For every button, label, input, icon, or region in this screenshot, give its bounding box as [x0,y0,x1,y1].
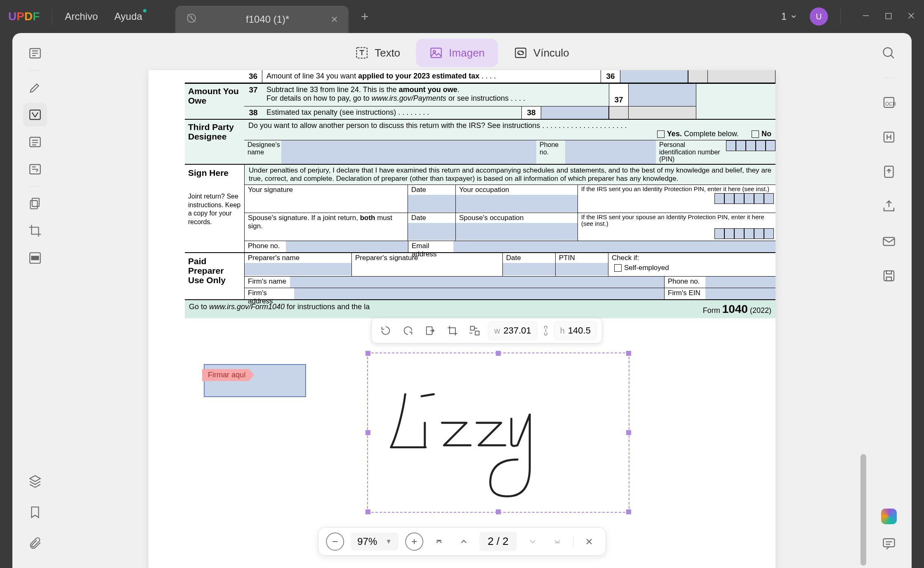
phone-field[interactable] [286,241,408,252]
replace-icon[interactable] [466,322,484,340]
zoom-level[interactable]: 97%▼ [351,532,398,551]
preparer-name-field[interactable] [245,263,351,275]
firm-ein-field[interactable] [705,288,776,299]
minimize-button[interactable] [861,10,870,23]
signature-image [368,353,629,512]
form-footer: Go to www.irs.gov/Form1040 for instructi… [185,299,776,318]
redact-icon[interactable] [23,246,47,270]
svg-rect-27 [884,539,895,547]
image-selection[interactable] [367,353,629,513]
line-38-amount[interactable] [541,106,609,119]
email-field[interactable] [453,241,776,252]
zoom-in-button[interactable] [405,532,423,551]
vertical-scrollbar[interactable] [860,454,866,566]
svg-rect-35 [471,327,474,330]
firm-phone-field[interactable] [705,277,776,288]
export-icon[interactable] [877,160,901,184]
bookmark-icon[interactable] [23,500,47,524]
page-number[interactable]: 2 / 2 [479,532,517,551]
tab-close-icon[interactable]: × [331,13,338,26]
menu-archivo[interactable]: Archivo [65,11,98,22]
text-tool-button[interactable]: Texto [342,39,413,67]
compress-icon[interactable] [877,125,901,149]
ai-icon[interactable] [881,509,897,524]
last-page-button[interactable] [548,532,566,551]
ocr-icon[interactable]: OCR [877,90,901,114]
link-tool-button[interactable]: Vínculo [500,39,582,67]
spouse-occupation-field[interactable] [456,223,578,240]
pin-boxes[interactable] [726,140,776,164]
prev-page-button[interactable] [455,532,473,551]
date-field[interactable] [408,195,455,212]
resize-handle-bc[interactable] [496,509,501,514]
firm-name-field[interactable] [290,277,664,288]
search-icon[interactable] [877,41,901,65]
lock-ratio-icon[interactable] [542,324,550,337]
copy-pages-icon[interactable] [23,192,47,215]
edit-text-icon[interactable] [23,103,47,127]
share-icon[interactable] [877,194,901,218]
joint-return-note: Joint return? See instructions. Keep a c… [185,192,244,227]
resize-handle-tl[interactable] [365,351,370,356]
layers-icon[interactable] [23,469,47,493]
user-avatar[interactable]: U [810,7,828,26]
page-manage-icon[interactable] [23,130,47,154]
preparer-date-field[interactable] [503,263,555,275]
close-button[interactable] [907,10,916,23]
page-navigator: 97%▼ 2 / 2 [318,527,606,556]
highlight-icon[interactable] [23,76,47,99]
left-sidebar [12,33,58,568]
form-icon[interactable] [23,157,47,181]
resize-handle-bl[interactable] [365,509,370,514]
third-party-label: Third Party Designee [185,120,244,164]
mail-icon[interactable] [877,229,901,253]
height-input[interactable]: h140.5 [554,322,597,340]
document-tab[interactable]: f1040 (1)* × [175,6,349,33]
first-page-button[interactable] [430,532,448,551]
page-dropdown[interactable]: 1 [781,11,797,22]
sign-here-box[interactable]: Firmar aquí [204,364,306,397]
designee-name-field[interactable] [281,140,536,164]
crop-image-icon[interactable] [443,322,462,340]
edit-toolbar: Texto Imagen Vínculo [342,39,582,67]
svg-line-20 [891,55,894,59]
app-logo: UPDF [8,10,40,23]
no-checkbox[interactable] [752,130,759,138]
third-party-question: Do you want to allow another person to d… [248,121,655,130]
self-employed-checkbox[interactable] [614,264,622,272]
comment-icon[interactable] [877,532,901,556]
next-page-button[interactable] [523,532,542,551]
width-input[interactable]: w237.01 [488,322,537,340]
ptin-field[interactable] [556,263,608,275]
line-36-amount[interactable] [620,70,688,83]
occupation-field[interactable] [456,195,578,212]
spouse-irs-pin-boxes[interactable] [714,228,774,239]
reader-mode-icon[interactable] [23,41,47,65]
resize-handle-tr[interactable] [626,351,631,356]
menu-ayuda[interactable]: Ayuda [114,11,142,22]
resize-handle-tc[interactable] [496,351,501,356]
close-pager-button[interactable] [580,532,598,551]
rotate-left-icon[interactable] [377,322,395,340]
image-tool-button[interactable]: Imagen [416,39,498,67]
zoom-out-button[interactable] [326,532,344,551]
save-icon[interactable] [877,264,901,288]
yes-checkbox[interactable] [657,130,665,138]
resize-handle-br[interactable] [626,509,631,514]
add-tab-button[interactable]: + [361,9,369,24]
spouse-date-field[interactable] [408,223,455,240]
resize-handle-ml[interactable] [365,430,370,435]
line-36-no: 36 [244,70,262,83]
rotate-right-icon[interactable] [399,322,417,340]
document-viewport[interactable]: 36 Amount of line 34 you want applied to… [58,33,866,568]
pdf-page: 36 Amount of line 34 you want applied to… [148,70,776,568]
resize-handle-mr[interactable] [626,430,631,435]
maximize-button[interactable] [884,10,893,23]
line-37-amount[interactable] [629,84,696,106]
extract-icon[interactable] [421,322,439,340]
crop-icon[interactable] [23,219,47,243]
firm-address-field[interactable] [294,288,664,299]
attachment-icon[interactable] [23,532,47,556]
designee-phone-field[interactable] [565,140,656,164]
irs-pin-boxes[interactable] [714,193,774,204]
